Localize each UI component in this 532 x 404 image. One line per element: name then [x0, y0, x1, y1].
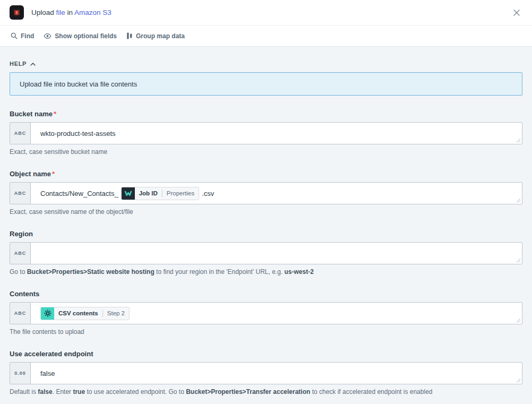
field-use-accelerated-endpoint: Use accelerated endpoint* 0.00 false Def…: [10, 350, 522, 396]
field-contents: Contents* ABC CSV contentsStep 2 The fil…: [10, 290, 522, 336]
title-link[interactable]: file: [56, 8, 65, 16]
datapill-csv-contents[interactable]: CSV contentsStep 2: [40, 307, 130, 320]
object-name-input[interactable]: ABC Contacts/New_Contacts_Job IDProperti…: [10, 182, 522, 204]
field-value[interactable]: false: [31, 363, 522, 384]
datapill-job-id[interactable]: Job IDProperties: [121, 187, 200, 200]
field-label: Bucket name*: [10, 110, 522, 118]
hint-text: . Enter: [53, 388, 73, 396]
contents-input[interactable]: ABC CSV contentsStep 2: [10, 302, 522, 324]
value-text: wkto-product-test-assets: [40, 130, 116, 137]
hint-text: Exact, case sensitive bucket name: [10, 148, 107, 156]
workato-logo-icon: [122, 187, 135, 200]
field-label: Use accelerated endpoint*: [10, 350, 522, 358]
data-type-badge: ABC: [10, 183, 31, 204]
field-hint: Go to Bucket>Properties>Static website h…: [10, 268, 522, 276]
field-object-name: Object name* ABC Contacts/New_Contacts_J…: [10, 170, 522, 216]
resize-handle-icon[interactable]: [516, 378, 521, 383]
resize-handle-icon[interactable]: [516, 258, 521, 263]
hint-text: The file contents to upload: [10, 328, 84, 336]
datapill-source: Step 2: [103, 310, 129, 316]
value-text: .csv: [202, 190, 214, 197]
help-text: Upload file into bucket via file content…: [20, 80, 137, 88]
help-box: Upload file into bucket via file content…: [10, 72, 522, 96]
field-label: Object name*: [10, 170, 522, 178]
field-value[interactable]: CSV contentsStep 2: [31, 303, 522, 324]
field-value[interactable]: [31, 243, 522, 264]
use-accelerated-endpoint-input[interactable]: 0.00 false: [10, 362, 522, 384]
resize-handle-icon[interactable]: [516, 138, 521, 143]
hint-bold-text: Bucket>Properties>Static website hosting: [27, 268, 155, 276]
formula-gear-icon: [41, 307, 54, 320]
data-type-badge: ABC: [10, 303, 31, 324]
field-label: Region*: [10, 230, 522, 238]
hint-text: Default is: [10, 388, 38, 396]
data-type-badge: ABC: [10, 243, 31, 264]
title-link[interactable]: Amazon S3: [74, 8, 111, 16]
step-config-body: HELP Upload file into bucket via file co…: [0, 47, 532, 396]
dialog-title: Upload file in Amazon S3: [31, 8, 111, 16]
eye-icon: [44, 33, 52, 39]
hint-text: to use accelerated endpoint. Go to: [85, 388, 186, 396]
find-label: Find: [21, 32, 34, 40]
hint-bold-text: true: [73, 388, 85, 396]
close-icon[interactable]: [511, 7, 522, 19]
title-text: in: [65, 8, 74, 16]
show-optional-fields-button[interactable]: Show optional fields: [44, 32, 117, 40]
required-asterisk: *: [54, 110, 56, 118]
field-hint: Exact, case sensitive bucket name: [10, 148, 522, 156]
hint-text: to check if accelerated endpoint is enab…: [310, 388, 432, 396]
search-icon: [11, 32, 18, 39]
required-asterisk: *: [52, 170, 55, 178]
hint-text: to find your region in the 'Endpoint' UR…: [155, 268, 285, 276]
group-map-data-button[interactable]: Group map data: [126, 32, 185, 40]
dialog-header: Upload file in Amazon S3: [0, 0, 532, 25]
amazon-s3-app-icon: [10, 5, 24, 20]
value-text: false: [40, 369, 55, 377]
field-region: Region* ABC Go to Bucket>Properties>Stat…: [10, 230, 522, 276]
field-hint: Default is false. Enter true to use acce…: [10, 388, 522, 396]
resize-handle-icon[interactable]: [516, 198, 521, 203]
field-hint: Exact, case sensitive name of the object…: [10, 208, 522, 216]
step-toolbar: Find Show optional fields Group map data: [0, 25, 532, 47]
fields-container: Bucket name* ABC wkto-product-test-asset…: [10, 110, 522, 396]
field-value[interactable]: wkto-product-test-assets: [31, 123, 522, 144]
datapill-source: Properties: [162, 190, 199, 196]
find-button[interactable]: Find: [11, 32, 34, 40]
hint-bold-text: Bucket>Properties>Transfer acceleration: [186, 388, 310, 396]
bars-icon: [126, 32, 133, 39]
title-text: Upload: [31, 8, 56, 16]
help-toggle[interactable]: HELP: [10, 61, 36, 67]
group-map-data-label: Group map data: [136, 32, 185, 40]
show-optional-fields-label: Show optional fields: [55, 32, 117, 40]
datapill-name: Job ID: [135, 190, 162, 196]
hint-bold-text: us-west-2: [285, 268, 314, 276]
help-label: HELP: [10, 61, 27, 67]
resize-handle-icon[interactable]: [516, 318, 521, 323]
bucket-name-input[interactable]: ABC wkto-product-test-assets: [10, 122, 522, 144]
datapill-name: CSV contents: [54, 310, 102, 316]
chevron-up-icon: [30, 61, 36, 67]
hint-bold-text: false: [38, 388, 52, 396]
hint-text: Exact, case sensitive name of the object…: [10, 208, 133, 216]
data-type-badge: ABC: [10, 123, 31, 144]
value-text: Contacts/New_Contacts_: [40, 190, 118, 197]
field-bucket-name: Bucket name* ABC wkto-product-test-asset…: [10, 110, 522, 156]
field-hint: The file contents to upload: [10, 328, 522, 336]
hint-text: Go to: [10, 268, 27, 276]
field-value[interactable]: Contacts/New_Contacts_Job IDProperties.c…: [31, 183, 522, 204]
region-input[interactable]: ABC: [10, 242, 522, 264]
data-type-badge: 0.00: [10, 363, 31, 384]
field-label: Contents*: [10, 290, 522, 298]
